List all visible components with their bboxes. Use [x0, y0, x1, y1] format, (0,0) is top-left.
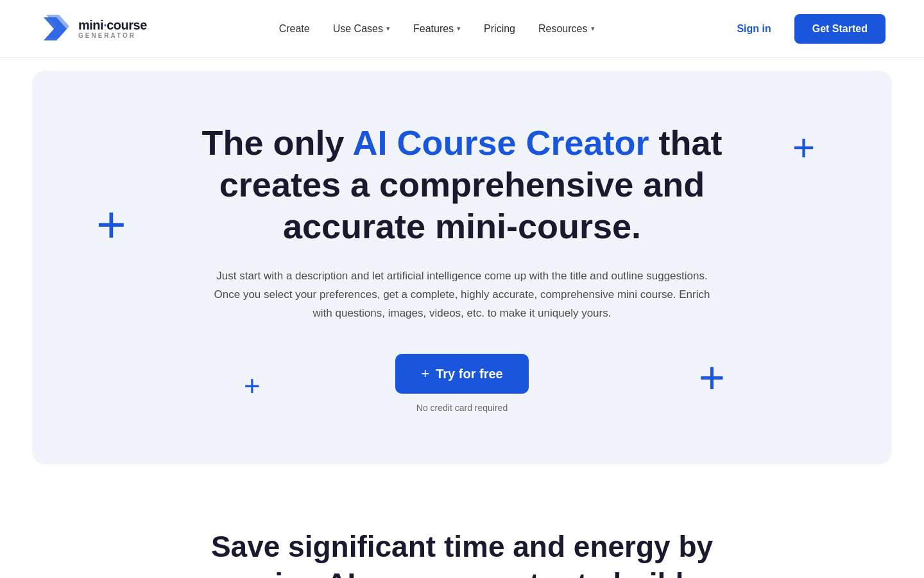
hero-section: + + + + The only AI Course Creator that …	[32, 71, 892, 464]
nav-features[interactable]: Features ▾	[413, 23, 461, 35]
no-credit-text: No credit card required	[416, 403, 508, 413]
features-chevron-icon: ▾	[457, 24, 461, 33]
logo[interactable]: mini·course GENERATOR	[38, 12, 147, 46]
logo-sub: GENERATOR	[78, 32, 147, 39]
try-free-label: Try for free	[436, 367, 502, 381]
get-started-button[interactable]: Get Started	[794, 14, 886, 44]
resources-chevron-icon: ▾	[591, 24, 595, 33]
try-for-free-button[interactable]: + Try for free	[395, 354, 528, 394]
logo-text: mini·course GENERATOR	[78, 18, 147, 39]
use-cases-chevron-icon: ▾	[386, 24, 390, 33]
second-section: Save significant time and energy by usin…	[0, 477, 924, 578]
plus-decoration-bottom-left: +	[244, 372, 261, 400]
hero-headline: The only AI Course Creator that creates …	[186, 122, 738, 247]
navbar: mini·course GENERATOR Create Use Cases ▾…	[0, 0, 924, 58]
nav-links: Create Use Cases ▾ Features ▾ Pricing Re…	[279, 23, 595, 35]
nav-actions: Sign in Get Started	[726, 14, 886, 44]
logo-name: mini·course	[78, 18, 147, 32]
second-headline: Save significant time and energy by usin…	[173, 529, 751, 578]
hero-subtext: Just start with a description and let ar…	[212, 267, 712, 323]
nav-resources[interactable]: Resources ▾	[538, 23, 594, 35]
nav-create[interactable]: Create	[279, 23, 310, 35]
logo-icon	[38, 12, 72, 46]
nav-pricing[interactable]: Pricing	[484, 23, 515, 35]
plus-decoration-bottom-right: +	[699, 355, 725, 400]
nav-use-cases[interactable]: Use Cases ▾	[333, 23, 390, 35]
plus-decoration-left: +	[96, 199, 126, 250]
plus-decoration-top-right: +	[792, 128, 815, 167]
sign-in-button[interactable]: Sign in	[726, 18, 781, 40]
try-plus-icon: +	[421, 365, 429, 382]
